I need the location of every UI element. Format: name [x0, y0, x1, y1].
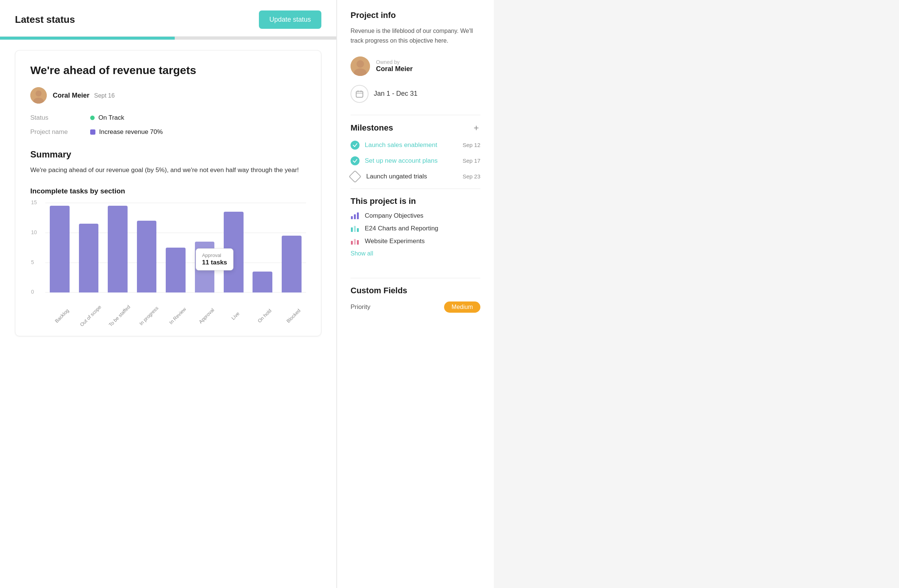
- projects-in-section: This project is in Company Objectives E2…: [351, 196, 480, 267]
- summary-text: We're pacing ahead of our revenue goal (…: [30, 165, 306, 175]
- summary-section: Summary We're pacing ahead of our revenu…: [30, 149, 306, 175]
- bar-label: On hold: [256, 308, 273, 324]
- bar-group: In progress: [132, 203, 161, 293]
- latest-status-title: Latest status: [15, 14, 75, 25]
- meta-grid: Status On Track Project name Increase re…: [30, 114, 306, 136]
- project-info-desc: Revenue is the lifeblood of our company.…: [351, 26, 480, 46]
- milestone-date-1: Sep 12: [462, 142, 480, 148]
- milestone-pending-icon-3: [349, 170, 361, 183]
- bar[interactable]: [79, 224, 99, 293]
- bar-group: On hold: [248, 203, 277, 293]
- project-square-icon: [90, 130, 96, 135]
- date-row: Jan 1 - Dec 31: [351, 85, 480, 103]
- chart-y-label: 5: [31, 259, 34, 265]
- bar-label: Blocked: [286, 308, 301, 324]
- author-row: Coral Meier Sept 16: [30, 87, 306, 103]
- bar[interactable]: [195, 242, 215, 293]
- author-avatar: [30, 87, 47, 103]
- bars-wrapper: BacklogOut of scopeTo be staffedIn progr…: [45, 203, 306, 293]
- bar-label: Backlog: [54, 308, 70, 324]
- project-in-item-3: Website Experiments: [351, 238, 480, 245]
- chart-y-label: 10: [31, 229, 37, 235]
- milestone-name-1: Launch sales enablement: [365, 141, 457, 149]
- project-in-item-1: Company Objectives: [351, 212, 480, 219]
- project-in-name-2: E24 Charts and Reporting: [365, 225, 439, 232]
- bar[interactable]: [108, 206, 128, 293]
- progress-bar-fill: [0, 37, 175, 40]
- projects-in-title: This project is in: [351, 196, 480, 206]
- milestone-date-3: Sep 23: [462, 173, 480, 179]
- svg-rect-15: [357, 228, 359, 232]
- divider-1: [351, 115, 480, 115]
- svg-point-4: [357, 60, 364, 68]
- milestones-section: Milestones + Launch sales enablement Sep…: [351, 123, 480, 181]
- bar[interactable]: [282, 236, 301, 293]
- milestone-item-1: Launch sales enablement Sep 12: [351, 140, 480, 150]
- header-bar: Latest status Update status: [0, 0, 336, 37]
- bar-label: Out of scope: [79, 304, 102, 328]
- priority-row: Priority Medium: [351, 301, 480, 313]
- milestone-item-2: Set up new account plans Sep 17: [351, 156, 480, 165]
- sidebar: Project info Revenue is the lifeblood of…: [337, 0, 494, 588]
- project-in-item-2: E24 Charts and Reporting: [351, 225, 480, 232]
- svg-rect-14: [354, 226, 356, 232]
- date-range-text: Jan 1 - Dec 31: [374, 90, 417, 98]
- bar-group: In Review: [161, 203, 190, 293]
- milestone-name-3: Launch ungated trials: [366, 173, 457, 180]
- divider-3: [351, 278, 480, 278]
- milestone-date-2: Sep 17: [462, 157, 480, 164]
- svg-rect-6: [356, 91, 363, 97]
- owner-avatar: [351, 57, 370, 76]
- bar-group: Approval: [190, 203, 219, 293]
- owner-label: Owned by: [376, 59, 412, 65]
- status-text: On Track: [98, 114, 124, 122]
- summary-title: Summary: [30, 149, 306, 160]
- divider-2: [351, 188, 480, 189]
- project-label: Project name: [30, 128, 90, 136]
- chart-y-label: 0: [31, 289, 34, 295]
- svg-rect-18: [357, 240, 359, 245]
- bar-label: In Review: [168, 306, 187, 326]
- show-all-link[interactable]: Show all: [351, 250, 373, 257]
- bar[interactable]: [166, 248, 185, 293]
- project-info-section: Project info Revenue is the lifeblood of…: [351, 11, 480, 103]
- bar-group: Blocked: [277, 203, 306, 293]
- priority-badge: Medium: [444, 301, 480, 313]
- milestones-title: Milestones: [351, 123, 393, 133]
- bar-label: Live: [230, 311, 241, 321]
- project-value: Increase revenue 70%: [90, 128, 306, 136]
- status-card-title: We're ahead of revenue targets: [30, 64, 306, 77]
- svg-rect-10: [351, 216, 353, 219]
- svg-rect-17: [354, 239, 356, 245]
- chart-container: 151050 BacklogOut of scopeTo be staffedI…: [30, 203, 306, 323]
- priority-label: Priority: [351, 303, 371, 311]
- milestones-header: Milestones +: [351, 123, 480, 133]
- bar-group: Backlog: [45, 203, 74, 293]
- project-info-title: Project info: [351, 11, 480, 20]
- update-status-button[interactable]: Update status: [259, 11, 321, 29]
- owner-row: Owned by Coral Meier: [351, 57, 480, 76]
- bar[interactable]: [224, 212, 244, 293]
- owner-name: Coral Meier: [376, 65, 412, 73]
- bar-group: Out of scope: [74, 203, 103, 293]
- status-label: Status: [30, 114, 90, 122]
- svg-rect-16: [351, 241, 353, 245]
- milestone-item-3: Launch ungated trials Sep 23: [351, 172, 480, 181]
- add-milestone-button[interactable]: +: [472, 123, 480, 133]
- bar-group: Live: [219, 203, 248, 293]
- chart-title: Incomplete tasks by section: [30, 187, 306, 195]
- svg-rect-12: [357, 213, 359, 219]
- progress-bar-container: [0, 37, 336, 40]
- bar[interactable]: [137, 221, 157, 293]
- bar[interactable]: [253, 272, 272, 293]
- milestone-done-icon-1: [351, 140, 360, 150]
- milestone-name-2: Set up new account plans: [365, 157, 457, 165]
- bar-label: To be staffed: [108, 304, 131, 328]
- author-date: Sept 16: [94, 93, 115, 99]
- bar[interactable]: [50, 206, 70, 293]
- company-objectives-icon: [351, 212, 360, 219]
- e24-charts-icon: [351, 225, 360, 232]
- website-experiments-icon: [351, 238, 360, 245]
- bar-label: Approval: [198, 307, 215, 325]
- svg-rect-13: [351, 227, 353, 232]
